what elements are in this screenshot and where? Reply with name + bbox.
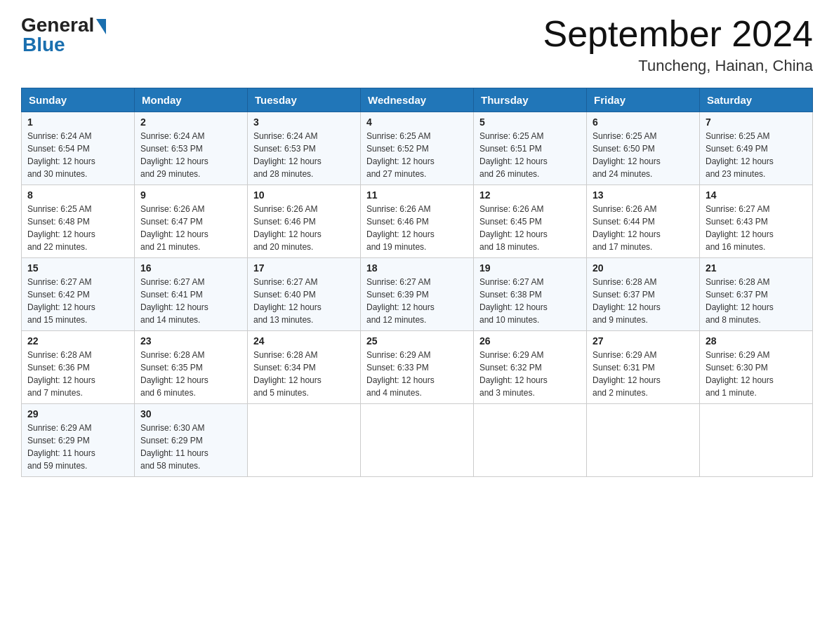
day-number: 19 (479, 262, 581, 274)
day-number: 26 (479, 335, 581, 347)
logo-blue-text: Blue (22, 34, 65, 56)
day-info: Sunrise: 6:27 AMSunset: 6:43 PMDaylight:… (706, 204, 774, 252)
day-number: 17 (253, 262, 355, 274)
calendar-cell: 5 Sunrise: 6:25 AMSunset: 6:51 PMDayligh… (474, 112, 587, 185)
day-number: 28 (706, 335, 807, 347)
calendar-cell: 8 Sunrise: 6:25 AMSunset: 6:48 PMDayligh… (22, 185, 135, 258)
day-header-row: SundayMondayTuesdayWednesdayThursdayFrid… (22, 88, 813, 112)
day-of-week-header: Wednesday (361, 88, 474, 112)
day-number: 6 (593, 116, 694, 128)
calendar-cell: 4 Sunrise: 6:25 AMSunset: 6:52 PMDayligh… (361, 112, 474, 185)
calendar-cell: 25 Sunrise: 6:29 AMSunset: 6:33 PMDaylig… (361, 331, 474, 404)
day-info: Sunrise: 6:25 AMSunset: 6:49 PMDaylight:… (706, 131, 774, 179)
day-number: 15 (27, 262, 128, 274)
day-number: 20 (593, 262, 694, 274)
day-number: 4 (366, 116, 468, 128)
calendar-week-row: 29 Sunrise: 6:29 AMSunset: 6:29 PMDaylig… (22, 404, 813, 477)
day-info: Sunrise: 6:29 AMSunset: 6:30 PMDaylight:… (706, 350, 774, 398)
calendar-cell: 29 Sunrise: 6:29 AMSunset: 6:29 PMDaylig… (22, 404, 135, 477)
day-info: Sunrise: 6:24 AMSunset: 6:54 PMDaylight:… (27, 131, 95, 179)
calendar-cell: 2 Sunrise: 6:24 AMSunset: 6:53 PMDayligh… (135, 112, 248, 185)
day-info: Sunrise: 6:26 AMSunset: 6:44 PMDaylight:… (593, 204, 661, 252)
day-of-week-header: Saturday (700, 88, 813, 112)
calendar-cell: 10 Sunrise: 6:26 AMSunset: 6:46 PMDaylig… (248, 185, 361, 258)
calendar-cell: 18 Sunrise: 6:27 AMSunset: 6:39 PMDaylig… (361, 258, 474, 331)
day-info: Sunrise: 6:26 AMSunset: 6:47 PMDaylight:… (140, 204, 208, 252)
day-info: Sunrise: 6:26 AMSunset: 6:46 PMDaylight:… (253, 204, 322, 252)
calendar-cell: 6 Sunrise: 6:25 AMSunset: 6:50 PMDayligh… (587, 112, 700, 185)
day-info: Sunrise: 6:25 AMSunset: 6:50 PMDaylight:… (593, 131, 661, 179)
page-header: General Blue September 2024 Tuncheng, Ha… (21, 14, 813, 75)
day-number: 21 (706, 262, 807, 274)
calendar-cell (587, 404, 700, 477)
calendar-week-row: 8 Sunrise: 6:25 AMSunset: 6:48 PMDayligh… (22, 185, 813, 258)
day-number: 3 (253, 116, 355, 128)
calendar-cell: 12 Sunrise: 6:26 AMSunset: 6:45 PMDaylig… (474, 185, 587, 258)
day-number: 11 (366, 189, 468, 201)
day-number: 24 (253, 335, 355, 347)
day-info: Sunrise: 6:25 AMSunset: 6:48 PMDaylight:… (27, 204, 95, 252)
day-number: 23 (140, 335, 241, 347)
logo: General Blue (21, 14, 106, 56)
day-info: Sunrise: 6:28 AMSunset: 6:36 PMDaylight:… (27, 350, 95, 398)
calendar-cell: 30 Sunrise: 6:30 AMSunset: 6:29 PMDaylig… (135, 404, 248, 477)
calendar-body: 1 Sunrise: 6:24 AMSunset: 6:54 PMDayligh… (22, 112, 813, 477)
title-section: September 2024 Tuncheng, Hainan, China (543, 14, 814, 75)
day-info: Sunrise: 6:30 AMSunset: 6:29 PMDaylight:… (140, 423, 208, 471)
location: Tuncheng, Hainan, China (543, 57, 814, 75)
day-of-week-header: Thursday (474, 88, 587, 112)
calendar-cell: 14 Sunrise: 6:27 AMSunset: 6:43 PMDaylig… (700, 185, 813, 258)
calendar-table: SundayMondayTuesdayWednesdayThursdayFrid… (21, 88, 813, 477)
day-number: 14 (706, 189, 807, 201)
day-info: Sunrise: 6:27 AMSunset: 6:41 PMDaylight:… (140, 277, 208, 325)
day-info: Sunrise: 6:26 AMSunset: 6:46 PMDaylight:… (366, 204, 435, 252)
day-info: Sunrise: 6:25 AMSunset: 6:52 PMDaylight:… (366, 131, 435, 179)
day-info: Sunrise: 6:24 AMSunset: 6:53 PMDaylight:… (140, 131, 208, 179)
calendar-cell: 3 Sunrise: 6:24 AMSunset: 6:53 PMDayligh… (248, 112, 361, 185)
day-of-week-header: Sunday (22, 88, 135, 112)
day-info: Sunrise: 6:27 AMSunset: 6:40 PMDaylight:… (253, 277, 322, 325)
calendar-cell: 23 Sunrise: 6:28 AMSunset: 6:35 PMDaylig… (135, 331, 248, 404)
day-of-week-header: Tuesday (248, 88, 361, 112)
day-of-week-header: Friday (587, 88, 700, 112)
day-info: Sunrise: 6:29 AMSunset: 6:29 PMDaylight:… (27, 423, 95, 471)
day-number: 25 (366, 335, 468, 347)
calendar-cell: 19 Sunrise: 6:27 AMSunset: 6:38 PMDaylig… (474, 258, 587, 331)
day-info: Sunrise: 6:27 AMSunset: 6:39 PMDaylight:… (366, 277, 435, 325)
calendar-cell: 21 Sunrise: 6:28 AMSunset: 6:37 PMDaylig… (700, 258, 813, 331)
day-number: 5 (479, 116, 581, 128)
day-number: 18 (366, 262, 468, 274)
calendar-week-row: 15 Sunrise: 6:27 AMSunset: 6:42 PMDaylig… (22, 258, 813, 331)
calendar-header: SundayMondayTuesdayWednesdayThursdayFrid… (22, 88, 813, 112)
day-info: Sunrise: 6:28 AMSunset: 6:37 PMDaylight:… (593, 277, 661, 325)
calendar-cell: 11 Sunrise: 6:26 AMSunset: 6:46 PMDaylig… (361, 185, 474, 258)
day-number: 30 (140, 408, 241, 420)
calendar-cell: 9 Sunrise: 6:26 AMSunset: 6:47 PMDayligh… (135, 185, 248, 258)
calendar-cell: 24 Sunrise: 6:28 AMSunset: 6:34 PMDaylig… (248, 331, 361, 404)
day-number: 8 (27, 189, 128, 201)
calendar-cell: 17 Sunrise: 6:27 AMSunset: 6:40 PMDaylig… (248, 258, 361, 331)
calendar-cell (361, 404, 474, 477)
day-info: Sunrise: 6:27 AMSunset: 6:38 PMDaylight:… (479, 277, 548, 325)
month-title: September 2024 (543, 14, 814, 54)
calendar-week-row: 1 Sunrise: 6:24 AMSunset: 6:54 PMDayligh… (22, 112, 813, 185)
calendar-cell: 26 Sunrise: 6:29 AMSunset: 6:32 PMDaylig… (474, 331, 587, 404)
day-number: 2 (140, 116, 241, 128)
day-info: Sunrise: 6:24 AMSunset: 6:53 PMDaylight:… (253, 131, 322, 179)
day-info: Sunrise: 6:29 AMSunset: 6:32 PMDaylight:… (479, 350, 548, 398)
day-info: Sunrise: 6:25 AMSunset: 6:51 PMDaylight:… (479, 131, 548, 179)
calendar-cell: 1 Sunrise: 6:24 AMSunset: 6:54 PMDayligh… (22, 112, 135, 185)
calendar-cell: 13 Sunrise: 6:26 AMSunset: 6:44 PMDaylig… (587, 185, 700, 258)
calendar-cell: 28 Sunrise: 6:29 AMSunset: 6:30 PMDaylig… (700, 331, 813, 404)
day-number: 13 (593, 189, 694, 201)
day-number: 7 (706, 116, 807, 128)
day-info: Sunrise: 6:27 AMSunset: 6:42 PMDaylight:… (27, 277, 95, 325)
day-number: 9 (140, 189, 241, 201)
day-number: 16 (140, 262, 241, 274)
day-of-week-header: Monday (135, 88, 248, 112)
calendar-cell (474, 404, 587, 477)
day-number: 22 (27, 335, 128, 347)
day-number: 29 (27, 408, 128, 420)
day-info: Sunrise: 6:29 AMSunset: 6:31 PMDaylight:… (593, 350, 661, 398)
day-number: 10 (253, 189, 355, 201)
